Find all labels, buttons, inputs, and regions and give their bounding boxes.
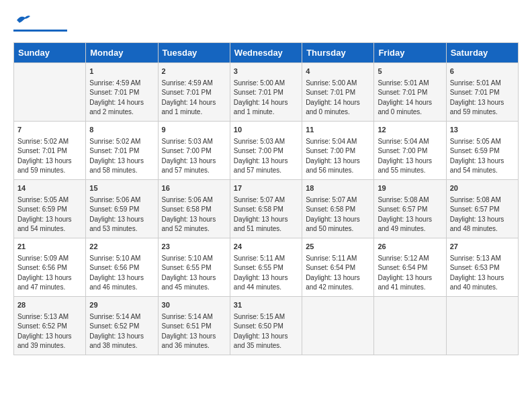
day-info: Sunset: 6:53 PM	[450, 263, 515, 273]
day-info: Sunset: 7:01 PM	[450, 88, 515, 98]
calendar-cell: 28Sunrise: 5:13 AMSunset: 6:52 PMDayligh…	[14, 296, 86, 355]
day-info: Daylight: 13 hours	[450, 273, 515, 283]
week-row-4: 21Sunrise: 5:09 AMSunset: 6:56 PMDayligh…	[14, 238, 519, 296]
header	[13, 13, 519, 32]
calendar-cell: 27Sunrise: 5:13 AMSunset: 6:53 PMDayligh…	[446, 238, 518, 296]
day-info: Sunrise: 5:15 AM	[234, 312, 298, 322]
calendar-cell: 2Sunrise: 4:59 AMSunset: 7:01 PMDaylight…	[158, 63, 230, 122]
day-number: 20	[450, 183, 515, 194]
col-header-tuesday: Tuesday	[158, 43, 230, 63]
day-info: Sunrise: 5:14 AM	[162, 312, 226, 322]
day-info: Daylight: 14 hours	[89, 98, 154, 108]
day-info: and 49 minutes.	[378, 224, 442, 234]
day-info: Sunset: 6:55 PM	[234, 263, 298, 273]
day-info: Sunset: 6:58 PM	[162, 205, 226, 215]
calendar-cell: 26Sunrise: 5:12 AMSunset: 6:54 PMDayligh…	[374, 238, 446, 296]
day-number: 23	[162, 242, 226, 253]
day-info: Sunset: 6:56 PM	[17, 263, 82, 273]
day-number: 4	[306, 66, 370, 77]
day-info: Sunrise: 4:59 AM	[162, 79, 226, 89]
day-info: Sunset: 6:52 PM	[89, 322, 154, 332]
day-info: Sunrise: 5:11 AM	[306, 254, 370, 264]
day-info: Sunset: 6:57 PM	[450, 205, 515, 215]
day-info: Daylight: 14 hours	[234, 98, 298, 108]
calendar-cell: 21Sunrise: 5:09 AMSunset: 6:56 PMDayligh…	[14, 238, 86, 296]
day-info: Sunrise: 5:07 AM	[234, 195, 298, 205]
day-info: Sunrise: 5:05 AM	[17, 195, 82, 205]
day-number: 7	[17, 125, 82, 136]
day-info: Sunset: 7:01 PM	[306, 88, 370, 98]
calendar-cell: 12Sunrise: 5:04 AMSunset: 7:00 PMDayligh…	[374, 121, 446, 179]
day-info: Sunrise: 5:13 AM	[450, 254, 515, 264]
calendar-table: SundayMondayTuesdayWednesdayThursdayFrid…	[13, 42, 519, 355]
day-info: Sunrise: 5:06 AM	[162, 195, 226, 205]
day-info: Sunrise: 5:09 AM	[17, 254, 82, 264]
day-info: Sunset: 7:01 PM	[17, 146, 82, 156]
col-header-monday: Monday	[86, 43, 158, 63]
day-number: 26	[378, 242, 442, 253]
calendar-cell: 7Sunrise: 5:02 AMSunset: 7:01 PMDaylight…	[14, 121, 86, 179]
day-info: and 1 minute.	[162, 107, 226, 118]
day-info: Sunset: 6:58 PM	[234, 205, 298, 215]
day-info: Daylight: 13 hours	[450, 98, 515, 108]
day-info: and 59 minutes.	[450, 107, 515, 118]
day-number: 1	[89, 66, 154, 77]
day-number: 18	[306, 183, 370, 194]
calendar-cell: 22Sunrise: 5:10 AMSunset: 6:56 PMDayligh…	[86, 238, 158, 296]
day-info: Sunrise: 5:12 AM	[378, 254, 442, 264]
calendar-cell: 19Sunrise: 5:08 AMSunset: 6:57 PMDayligh…	[374, 179, 446, 238]
day-info: Daylight: 13 hours	[17, 332, 82, 342]
day-info: and 35 minutes.	[234, 341, 298, 351]
day-number: 16	[162, 183, 226, 194]
day-info: Sunset: 6:59 PM	[17, 205, 82, 215]
day-info: Sunrise: 5:04 AM	[378, 137, 442, 147]
day-info: and 0 minutes.	[306, 107, 370, 118]
calendar-cell: 4Sunrise: 5:00 AMSunset: 7:01 PMDaylight…	[302, 63, 374, 122]
day-info: Daylight: 13 hours	[450, 215, 515, 225]
day-info: and 2 minutes.	[89, 107, 154, 118]
day-info: Sunset: 7:01 PM	[89, 88, 154, 98]
day-info: Sunrise: 5:10 AM	[89, 254, 154, 264]
day-info: Daylight: 13 hours	[162, 332, 226, 342]
day-info: and 46 minutes.	[89, 283, 154, 293]
calendar-cell: 24Sunrise: 5:11 AMSunset: 6:55 PMDayligh…	[230, 238, 302, 296]
day-number: 5	[378, 66, 442, 77]
day-info: Daylight: 13 hours	[89, 273, 154, 283]
day-info: Sunrise: 5:03 AM	[162, 137, 226, 147]
day-info: Daylight: 13 hours	[89, 156, 154, 167]
day-number: 14	[17, 183, 82, 194]
day-info: Sunrise: 5:13 AM	[17, 312, 82, 322]
day-info: and 47 minutes.	[17, 283, 82, 293]
day-info: and 58 minutes.	[89, 166, 154, 176]
calendar-cell: 5Sunrise: 5:01 AMSunset: 7:01 PMDaylight…	[374, 63, 446, 122]
day-info: Sunrise: 5:07 AM	[306, 195, 370, 205]
day-info: Sunrise: 5:10 AM	[162, 254, 226, 264]
calendar-cell: 31Sunrise: 5:15 AMSunset: 6:50 PMDayligh…	[230, 296, 302, 355]
calendar-cell: 11Sunrise: 5:04 AMSunset: 7:00 PMDayligh…	[302, 121, 374, 179]
day-info: Sunset: 6:50 PM	[234, 322, 298, 332]
day-number: 2	[162, 66, 226, 77]
calendar-cell: 20Sunrise: 5:08 AMSunset: 6:57 PMDayligh…	[446, 179, 518, 238]
day-info: Daylight: 13 hours	[378, 156, 442, 167]
day-info: Daylight: 13 hours	[162, 273, 226, 283]
day-number: 11	[306, 125, 370, 136]
day-info: Daylight: 13 hours	[89, 332, 154, 342]
day-info: and 38 minutes.	[89, 341, 154, 351]
calendar-cell: 3Sunrise: 5:00 AMSunset: 7:01 PMDaylight…	[230, 63, 302, 122]
day-number: 17	[234, 183, 298, 194]
day-info: and 51 minutes.	[234, 224, 298, 234]
calendar-cell: 9Sunrise: 5:03 AMSunset: 7:00 PMDaylight…	[158, 121, 230, 179]
week-row-5: 28Sunrise: 5:13 AMSunset: 6:52 PMDayligh…	[14, 296, 519, 355]
day-number: 9	[162, 125, 226, 136]
col-header-saturday: Saturday	[446, 43, 518, 63]
day-info: Daylight: 13 hours	[234, 273, 298, 283]
day-info: Sunrise: 5:14 AM	[89, 312, 154, 322]
day-number: 30	[162, 300, 226, 311]
calendar-cell: 15Sunrise: 5:06 AMSunset: 6:59 PMDayligh…	[86, 179, 158, 238]
day-info: Sunrise: 5:02 AM	[17, 137, 82, 147]
day-info: Sunset: 6:52 PM	[17, 322, 82, 332]
day-info: and 1 minute.	[234, 107, 298, 118]
day-info: Sunrise: 5:01 AM	[378, 79, 442, 89]
week-row-2: 7Sunrise: 5:02 AMSunset: 7:01 PMDaylight…	[14, 121, 519, 179]
day-info: Daylight: 14 hours	[162, 98, 226, 108]
